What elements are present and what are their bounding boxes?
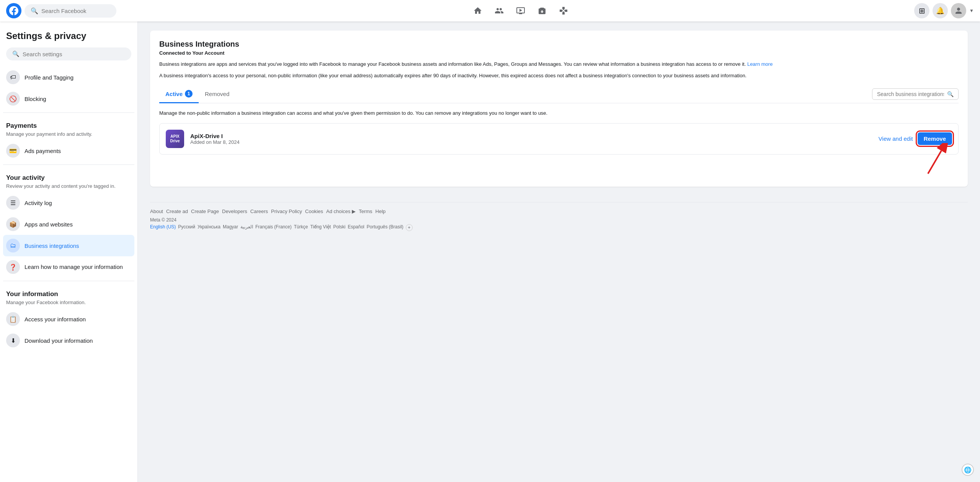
lang-portuguese[interactable]: Português (Brasil) (367, 224, 403, 231)
sidebar-item-download-info[interactable]: ⬇ Download your information (3, 330, 134, 351)
sidebar-divider-3 (3, 281, 134, 281)
search-input[interactable] (41, 8, 110, 14)
footer-links: About Create ad Create Page Developers C… (150, 208, 968, 214)
lang-spanish[interactable]: Español (348, 224, 364, 231)
description-2: A business integration's access to your … (159, 72, 959, 80)
payments-section-title: Payments (3, 116, 134, 131)
sidebar: Settings & privacy 🔍 🏷 Profile and Taggi… (0, 21, 138, 482)
sidebar-item-activity-log[interactable]: ☰ Activity log (3, 192, 134, 213)
sidebar-item-label: Access your information (24, 316, 86, 322)
sidebar-item-access-info[interactable]: 📋 Access your information (3, 308, 134, 330)
footer-ad-choices-link[interactable]: Ad choices ▶ (326, 208, 356, 214)
sidebar-search-bar[interactable]: 🔍 (6, 47, 131, 60)
grid-menu-button[interactable]: ⊞ (914, 3, 929, 18)
sidebar-item-label: Learn how to manage your information (24, 263, 123, 271)
tab-active-badge: 1 (185, 90, 193, 98)
page-title: Business Integrations (159, 40, 959, 49)
gaming-nav-button[interactable] (554, 2, 573, 20)
footer-create-page-link[interactable]: Create Page (191, 208, 219, 214)
sidebar-item-ads-payments[interactable]: 💳 Ads payments (3, 140, 134, 161)
sidebar-item-learn-manage[interactable]: ❓ Learn how to manage your information (3, 256, 134, 278)
friends-nav-button[interactable] (490, 2, 508, 20)
user-avatar[interactable] (951, 3, 966, 18)
svg-line-1 (928, 151, 941, 174)
facebook-logo[interactable] (6, 3, 21, 18)
lang-turkish[interactable]: Türkçe (294, 224, 308, 231)
ads-payments-icon: 💳 (6, 144, 20, 158)
page-subtitle: Connected to Your Account (159, 50, 959, 56)
sidebar-item-label: Ads payments (24, 148, 61, 154)
marketplace-nav-button[interactable] (533, 2, 551, 20)
lang-vietnamese[interactable]: Tiếng Việt (310, 224, 331, 231)
watch-nav-button[interactable] (511, 2, 530, 20)
integration-item-apixdrive: APIXDrive ApiX-Drive I Added on Mar 8, 2… (159, 123, 959, 155)
tab-search-input[interactable] (877, 91, 944, 97)
footer-cookies-link[interactable]: Cookies (305, 208, 323, 214)
sidebar-title: Settings & privacy (3, 28, 134, 47)
lang-more[interactable]: + (406, 224, 413, 231)
tabs-row: Active 1 Removed 🔍 (159, 85, 959, 103)
nav-right: ⊞ 🔔 ▼ (913, 3, 974, 18)
search-bar[interactable]: 🔍 (24, 4, 116, 18)
description-1: Business integrations are apps and servi… (159, 60, 959, 68)
sidebar-item-label: Download your information (24, 337, 93, 344)
sidebar-item-label: Profile and Tagging (24, 74, 74, 81)
learn-more-link[interactable]: Learn more (747, 61, 773, 67)
footer-languages: English (US) Русский Українська Magyar ا… (150, 224, 968, 231)
arrow-annotation (159, 155, 959, 177)
access-info-icon: 📋 (6, 312, 20, 326)
sidebar-item-business-integrations[interactable]: 🗂 Business integrations (3, 235, 134, 256)
sidebar-item-apps-websites[interactable]: 📦 Apps and websites (3, 213, 134, 235)
sidebar-item-label: Blocking (24, 96, 46, 102)
view-edit-link[interactable]: View and edit (879, 135, 913, 142)
lang-magyar[interactable]: Magyar (223, 224, 238, 231)
footer-terms-link[interactable]: Terms (359, 208, 372, 214)
footer-create-ad-link[interactable]: Create ad (166, 208, 188, 214)
business-integrations-icon: 🗂 (6, 239, 20, 252)
tab-search-icon: 🔍 (947, 91, 954, 97)
lang-russian[interactable]: Русский (178, 224, 195, 231)
activity-section-subtitle: Review your activity and content you're … (3, 183, 134, 192)
apps-websites-icon: 📦 (6, 217, 20, 231)
footer-copyright: Meta © 2024 (150, 217, 968, 223)
your-info-section-title: Your information (3, 284, 134, 300)
profile-tagging-icon: 🏷 (6, 70, 20, 84)
sidebar-item-blocking[interactable]: 🚫 Blocking (3, 88, 134, 109)
tab-active[interactable]: Active 1 (159, 85, 199, 103)
lang-arabic[interactable]: العربية (240, 224, 253, 231)
footer-careers-link[interactable]: Careers (250, 208, 268, 214)
search-icon: 🔍 (31, 7, 38, 15)
sidebar-item-label: Activity log (24, 200, 52, 206)
footer: About Create ad Create Page Developers C… (150, 202, 968, 237)
payments-section-subtitle: Manage your payment info and activity. (3, 131, 134, 140)
sidebar-divider-1 (3, 112, 134, 113)
lang-polish[interactable]: Polski (333, 224, 345, 231)
blocking-icon: 🚫 (6, 92, 20, 106)
sidebar-divider-2 (3, 164, 134, 165)
business-integrations-card: Business Integrations Connected to Your … (150, 31, 968, 187)
footer-help-link[interactable]: Help (376, 208, 386, 214)
home-nav-button[interactable] (469, 2, 487, 20)
integration-date: Added on Mar 8, 2024 (190, 139, 872, 145)
sidebar-search-input[interactable] (23, 51, 125, 57)
tab-removed-label: Removed (205, 91, 229, 97)
lang-french[interactable]: Français (France) (255, 224, 292, 231)
lang-ukrainian[interactable]: Українська (198, 224, 220, 231)
activity-log-icon: ☰ (6, 196, 20, 210)
red-arrow-svg (905, 143, 951, 177)
sidebar-item-profile-tagging[interactable]: 🏷 Profile and Tagging (3, 67, 134, 88)
sidebar-item-label: Apps and websites (24, 221, 73, 228)
nav-center (129, 2, 913, 20)
tab-removed[interactable]: Removed (199, 85, 235, 103)
lang-english[interactable]: English (US) (150, 224, 176, 231)
footer-developers-link[interactable]: Developers (222, 208, 247, 214)
footer-about-link[interactable]: About (150, 208, 163, 214)
main-content: Business Integrations Connected to Your … (138, 21, 980, 482)
nav-left: 🔍 (6, 3, 129, 18)
language-globe-button[interactable]: 🌐 (962, 464, 974, 476)
footer-privacy-link[interactable]: Privacy Policy (271, 208, 302, 214)
integration-name: ApiX-Drive I (190, 133, 872, 139)
tab-search-bar[interactable]: 🔍 (872, 88, 959, 100)
notifications-button[interactable]: 🔔 (933, 3, 948, 18)
manage-description: Manage the non-public information a busi… (159, 109, 959, 117)
